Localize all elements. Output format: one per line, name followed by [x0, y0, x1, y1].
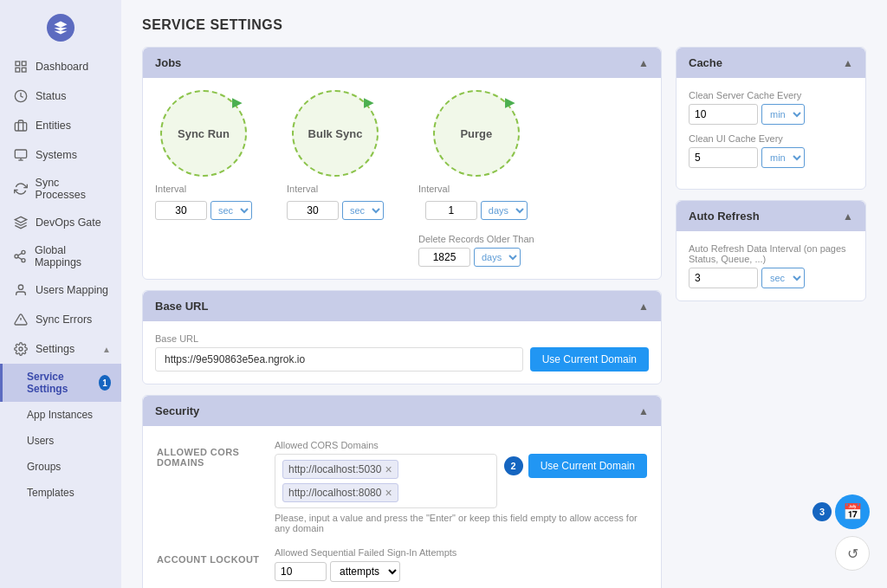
cors-section-label: ALLOWED CORS DOMAINS: [157, 447, 261, 468]
fab-container: 3 📅 ↺: [813, 494, 870, 571]
auto-refresh-card-body: Auto Refresh Data Interval (on pages Sta…: [677, 231, 865, 300]
fab-refresh-btn[interactable]: ↺: [835, 536, 870, 571]
sidebar-item-sync-errors-label: Sync Errors: [36, 313, 92, 326]
sidebar-item-service-settings-label: Service Settings: [27, 371, 88, 395]
sidebar-item-templates[interactable]: Templates: [0, 480, 121, 506]
sidebar-item-service-settings[interactable]: Service Settings 1: [0, 364, 121, 402]
base-url-input[interactable]: [155, 347, 523, 372]
mappings-icon: [13, 249, 28, 264]
ui-cache-input[interactable]: [689, 147, 758, 168]
cache-collapse-icon[interactable]: ▲: [843, 57, 853, 69]
lockout-attempts-select[interactable]: attempts: [330, 561, 400, 582]
auto-refresh-interval-label: Auto Refresh Data Interval (on pages Sta…: [689, 243, 853, 264]
sidebar-item-app-instances[interactable]: App Instances: [0, 402, 121, 428]
sidebar-item-status[interactable]: Status: [0, 81, 121, 111]
server-cache-unit-select[interactable]: minsechr: [761, 104, 805, 125]
cors-domains-input[interactable]: http://localhost:5030 × http://localhost…: [275, 454, 497, 508]
sync-run-interval-row: secminhr: [155, 201, 252, 220]
bulk-sync-interval-row: secminhr: [287, 201, 384, 220]
jobs-collapse-icon[interactable]: ▲: [638, 57, 649, 69]
ui-cache-unit-select[interactable]: minsechr: [761, 147, 805, 168]
sidebar-item-devops-gate[interactable]: DevOps Gate: [0, 208, 121, 237]
sidebar-item-systems-label: Systems: [36, 149, 77, 161]
jobs-title: Jobs: [155, 56, 181, 69]
sidebar-item-users[interactable]: Users: [0, 428, 121, 454]
sync-run-interval-input[interactable]: [155, 201, 207, 220]
security-card: Security ▲ ALLOWED CORS DOMAINS Allowed …: [142, 395, 662, 588]
calendar-icon: 📅: [843, 502, 862, 521]
sidebar-item-global-mappings[interactable]: Global Mappings: [0, 237, 121, 275]
bulk-sync-unit-select[interactable]: secminhr: [342, 201, 384, 220]
settings-icon: [13, 341, 29, 357]
lockout-row: ACCOUNT LOCKOUT Allowed Sequential Faile…: [157, 547, 647, 588]
auto-refresh-collapse-icon[interactable]: ▲: [843, 210, 853, 223]
sidebar-item-users-mapping[interactable]: Users Mapping: [0, 275, 121, 305]
bulk-sync-interval-input[interactable]: [287, 201, 339, 220]
purge-interval-row: secminhrdays: [425, 201, 528, 220]
sidebar-item-groups-label: Groups: [27, 461, 61, 473]
base-url-row: Use Current Domain: [155, 347, 649, 372]
purge-delete-unit-select[interactable]: daysminhr: [474, 248, 521, 267]
purge-arrow-icon: ▶: [505, 95, 515, 109]
sidebar-item-users-mapping-label: Users Mapping: [36, 284, 108, 296]
status-icon: [13, 88, 29, 104]
ui-cache-row: Clean UI Cache Every minsechr: [689, 133, 853, 168]
cache-card: Cache ▲ Clean Server Cache Every minsech…: [676, 47, 866, 190]
page-title: SERVICE SETTINGS: [142, 17, 866, 33]
use-current-domain-btn-cors[interactable]: Use Current Domain: [528, 454, 647, 478]
sync-icon: [13, 181, 29, 197]
svg-rect-6: [15, 150, 26, 158]
sidebar-item-entities[interactable]: Entities: [0, 111, 121, 140]
svg-marker-9: [15, 216, 26, 223]
svg-rect-1: [22, 61, 26, 66]
purge-unit-select[interactable]: secminhrdays: [481, 201, 528, 220]
sidebar-item-settings[interactable]: Settings ▲: [0, 334, 121, 364]
cors-content: Allowed CORS Domains http://localhost:50…: [275, 440, 647, 533]
base-url-field-label: Base URL: [155, 333, 649, 344]
cors-remove-0[interactable]: ×: [385, 462, 392, 476]
auto-refresh-unit-select[interactable]: secmin: [761, 268, 805, 288]
fab-calendar-btn[interactable]: 📅: [835, 494, 870, 529]
base-url-card: Base URL ▲ Base URL Use Current Domain: [142, 290, 662, 384]
bulk-sync-arrow-icon: ▶: [364, 95, 373, 109]
cors-remove-1[interactable]: ×: [385, 486, 392, 500]
sync-run-unit-select[interactable]: secminhr: [210, 201, 252, 220]
lockout-attempts-label: Allowed Sequential Failed Sign-In Attemp…: [275, 547, 647, 558]
security-collapse-icon[interactable]: ▲: [638, 405, 649, 417]
sidebar-item-entities-label: Entities: [36, 120, 71, 132]
sidebar: Dashboard Status Entities Systems Sync P…: [0, 0, 121, 588]
jobs-card: Jobs ▲ Sync Run ▶ Interval: [142, 47, 662, 280]
lockout-content: Allowed Sequential Failed Sign-In Attemp…: [275, 547, 647, 588]
security-body: ALLOWED CORS DOMAINS Allowed CORS Domain…: [143, 426, 661, 588]
sidebar-item-systems[interactable]: Systems: [0, 140, 121, 170]
base-url-body: Base URL Use Current Domain: [143, 321, 661, 384]
sidebar-item-global-mappings-label: Global Mappings: [35, 244, 111, 268]
purge-label: Purge: [460, 127, 492, 140]
purge-delete-input[interactable]: [418, 248, 470, 267]
sidebar-item-sync-processes[interactable]: Sync Processes: [0, 170, 121, 208]
bulk-sync-interval-label: Interval: [287, 184, 318, 194]
systems-icon: [13, 147, 29, 163]
purge-interval-label: Interval: [418, 184, 450, 194]
svg-rect-2: [16, 68, 20, 72]
auto-refresh-card: Auto Refresh ▲ Auto Refresh Data Interva…: [676, 200, 866, 301]
purge-interval-input[interactable]: [425, 201, 477, 220]
purge-extra: Delete Records Older Than daysminhr: [418, 234, 534, 267]
service-settings-badge: 1: [99, 375, 111, 391]
cors-domain-0: http://localhost:5030: [288, 463, 381, 475]
sidebar-item-groups[interactable]: Groups: [0, 454, 121, 480]
server-cache-input[interactable]: [689, 104, 758, 125]
dashboard-icon: [13, 59, 29, 74]
sidebar-item-dashboard[interactable]: Dashboard: [0, 52, 121, 81]
svg-rect-5: [15, 123, 26, 131]
purge-delete-label: Delete Records Older Than: [418, 234, 534, 244]
lockout-attempts-input[interactable]: [275, 562, 327, 581]
use-current-domain-btn-base[interactable]: Use Current Domain: [530, 347, 649, 372]
sidebar-item-sync-errors[interactable]: Sync Errors: [0, 305, 121, 334]
lockout-attempts-group: Allowed Sequential Failed Sign-In Attemp…: [275, 547, 647, 582]
devops-icon: [13, 215, 29, 230]
base-url-collapse-icon[interactable]: ▲: [638, 300, 649, 313]
sidebar-item-app-instances-label: App Instances: [27, 409, 93, 421]
auto-refresh-interval-input[interactable]: [689, 268, 758, 288]
bulk-sync-label: Bulk Sync: [308, 127, 363, 140]
